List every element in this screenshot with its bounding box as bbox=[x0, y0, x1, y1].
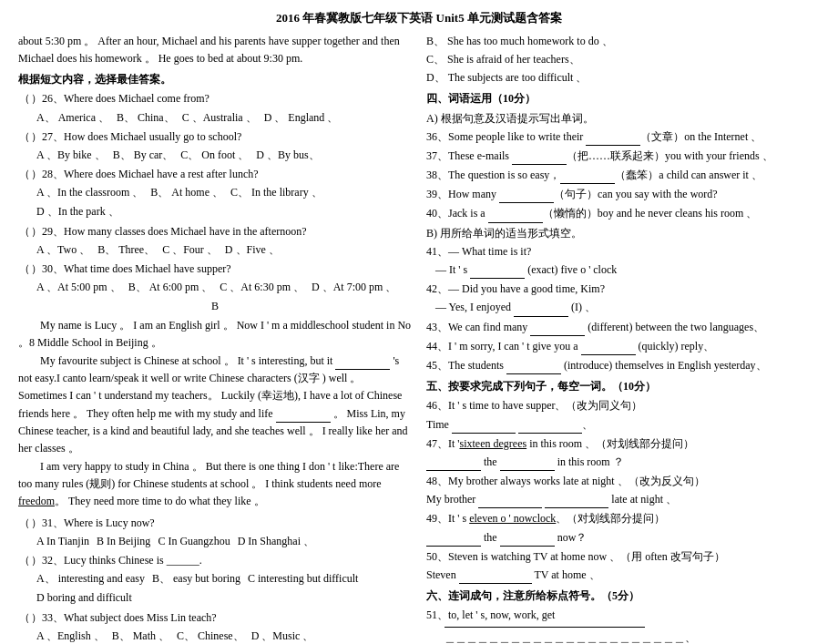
question-50: 50、Steven is watching TV at home now 、（用… bbox=[426, 548, 820, 584]
page-title: 2016 年春冀教版七年级下英语 Unit5 单元测试题含答案 bbox=[18, 9, 820, 28]
question-47: 47、It 'sixteen degrees in this room 、（对划… bbox=[426, 435, 820, 471]
question-46: 46、It ' s time to have supper、（改为同义句） Ti… bbox=[426, 397, 820, 433]
question-39: 39、How many （句子）can you say with the wor… bbox=[426, 186, 820, 203]
question-28: （）28、Where does Michael have a rest afte… bbox=[18, 166, 412, 221]
question-38: 38、The question is so easy，（蠢笨）a child c… bbox=[426, 167, 820, 184]
question-44: 44、I ' m sorry, I can ' t give you a (qu… bbox=[426, 338, 820, 355]
question-49: 49、It ' s eleven o ' nowclock、（对划线部分提问） … bbox=[426, 510, 820, 546]
question-40: 40、Jack is a （懒惰的）boy and he never clean… bbox=[426, 205, 820, 222]
question-51: 51、to, let ' s, now, work, get ＿＿＿＿＿＿＿＿＿… bbox=[426, 607, 820, 644]
question-37: 37、These e-mails （把……联系起来）you with your … bbox=[426, 148, 820, 165]
intro-text: about 5:30 pm 。 After an hour, Michael a… bbox=[18, 33, 412, 67]
question-33: （）33、What subject does Miss Lin teach? A… bbox=[18, 609, 412, 644]
right-column: B、 She has too much homework to do 、 C、 … bbox=[426, 32, 820, 644]
question-29: （）29、How many classes does Michael have … bbox=[18, 223, 412, 259]
question-26: （）26、Where does Michael come from? A、 Am… bbox=[18, 90, 412, 126]
question-32: （）32、Lucy thinks Chinese is ______. A、 i… bbox=[18, 552, 412, 608]
bracket-26: （ bbox=[18, 90, 31, 107]
left-column: about 5:30 pm 。 After an hour, Michael a… bbox=[18, 32, 412, 644]
section5-title: 五、按要求完成下列句子，每空一词。（10分） bbox=[426, 378, 820, 395]
question-43: 43、We can find many (different) between … bbox=[426, 319, 820, 336]
question-31: （）31、Where is Lucy now? A In Tianjin B I… bbox=[18, 515, 412, 550]
question-36: 36、Some people like to write their （文章）o… bbox=[426, 128, 820, 146]
question-42: 42、— Did you have a good time, Kim? — Ye… bbox=[426, 281, 820, 316]
question-30: （）30、What time does Michael have supper?… bbox=[18, 261, 412, 296]
section6-title: 六、连词成句，注意所给标点符号。（5分） bbox=[426, 588, 820, 605]
question-45: 45、The students (introduce) themselves i… bbox=[426, 357, 820, 374]
passage-b: My name is Lucy 。 I am an English girl 。… bbox=[18, 317, 412, 511]
passage-b-title: B bbox=[18, 298, 412, 315]
question-27: （）27、How does Michael usually go to scho… bbox=[18, 128, 412, 164]
section4-title: 四、词语运用（10分） bbox=[426, 90, 820, 107]
section4a-label: A) 根据句意及汉语提示写出单词。 bbox=[426, 110, 820, 128]
section4b-label: B) 用所给单词的适当形式填空。 bbox=[426, 225, 820, 242]
question-48: 48、My brother always works late at night… bbox=[426, 473, 820, 508]
question-41: 41、— What time is it? — It ' s (exact) f… bbox=[426, 243, 820, 279]
instruction1: 根据短文内容，选择最佳答案。 bbox=[18, 71, 412, 88]
